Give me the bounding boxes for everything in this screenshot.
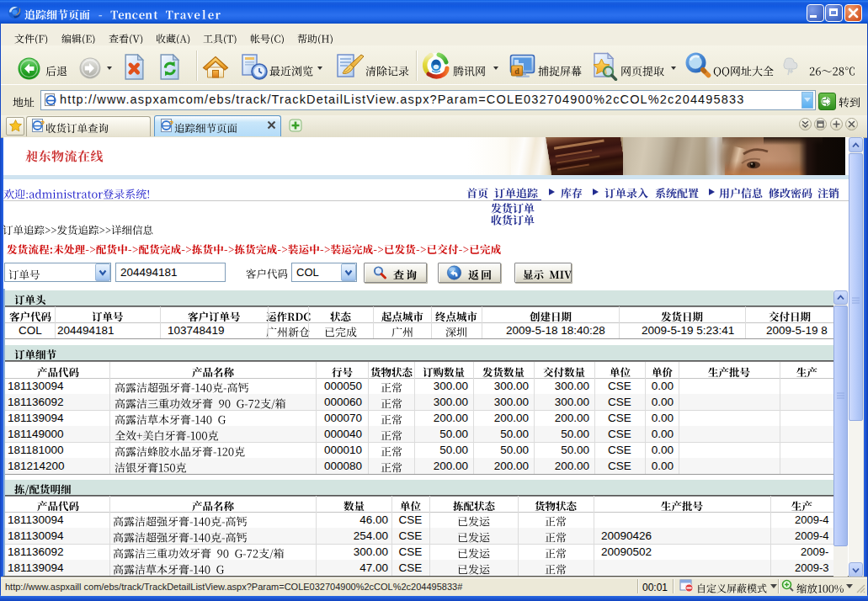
- svg-text:d: d: [514, 66, 519, 76]
